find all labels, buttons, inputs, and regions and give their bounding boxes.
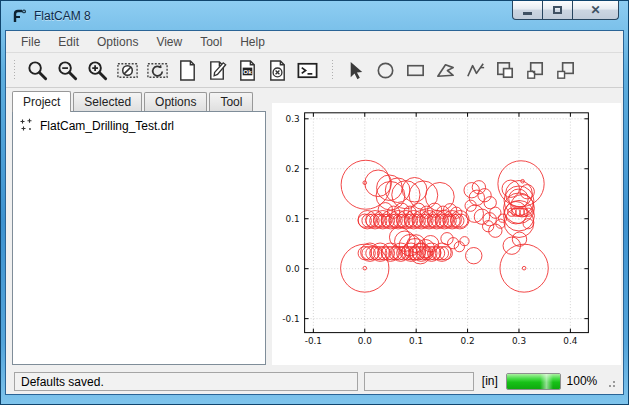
select-tool-button[interactable] [340,56,370,84]
menu-file[interactable]: File [12,32,49,52]
draw-polygon-button[interactable] [430,56,460,84]
menu-edit[interactable]: Edit [49,32,88,52]
svg-text:0.2: 0.2 [286,164,300,174]
minimize-button[interactable] [512,1,543,20]
menu-help[interactable]: Help [231,32,274,52]
tab-selected[interactable]: Selected [73,92,142,111]
path-polyline-icon [464,59,487,82]
progress-bar [506,373,561,390]
close-button[interactable]: ✕ [572,1,619,20]
draw-toolbar-drag-handle[interactable] [331,59,334,81]
resize-grip[interactable] [603,375,615,387]
zoom-fit-icon [26,59,49,82]
replot-icon [146,59,169,82]
draw-circle-button[interactable] [370,56,400,84]
svg-text:0.0: 0.0 [358,336,373,346]
svg-text:0.0: 0.0 [286,264,301,274]
screen: FlatCAM 8 ✕ FileEditOptionsViewToolHelp [0,0,629,405]
tab-tool[interactable]: Tool [209,92,253,111]
zoom-in-button[interactable] [82,56,112,84]
progress-sheen [540,374,554,389]
terminal-icon [296,59,319,82]
plot-canvas[interactable]: -0.10.00.10.20.30.4-0.10.00.10.20.3 [272,103,621,365]
zoom-fit-button[interactable] [22,56,52,84]
menubar: FileEditOptionsViewToolHelp [6,31,623,53]
draw-rectangle-button[interactable] [400,56,430,84]
tab-project[interactable]: Project [12,91,71,112]
cancel-file-icon [266,59,289,82]
units-indicator: [in] [480,374,500,388]
window-title: FlatCAM 8 [34,9,91,23]
svg-text:0.1: 0.1 [286,214,300,224]
main-content: ProjectSelectedOptionsTool FlatCam_Drill… [6,88,623,368]
titlebar[interactable]: FlatCAM 8 ✕ [1,1,628,30]
toolbar: Ok [6,53,623,88]
edit-file-icon [206,59,229,82]
tree-item-label: FlatCam_Drilling_Test.drl [40,119,174,133]
plot-panel: -0.10.00.10.20.30.4-0.10.00.10.20.3 [272,90,623,365]
window-controls: ✕ [513,1,619,20]
cursor-arrow-icon [344,59,367,82]
drill-file-icon [19,118,34,133]
copy-squares-icon [554,59,577,82]
status-aux-panel [364,372,474,391]
svg-text:-0.1: -0.1 [305,336,322,346]
progress-percent: 100% [567,374,598,388]
clear-plot-icon [116,59,139,82]
cancel-delete-button[interactable] [262,56,292,84]
rectangle-shape-icon [404,59,427,82]
zoom-out-button[interactable] [52,56,82,84]
save-ok-button[interactable]: Ok [232,56,262,84]
editor-button[interactable] [202,56,232,84]
replot-button[interactable] [142,56,172,84]
zoom-out-icon [56,59,79,82]
maximize-button[interactable] [542,1,573,20]
menu-tool[interactable]: Tool [191,32,231,52]
statusbar: Defaults saved. [in] 100% [6,368,623,394]
menu-options[interactable]: Options [88,32,147,52]
svg-text:0.3: 0.3 [286,114,300,124]
svg-text:Ok: Ok [243,67,252,74]
toolbar-drag-handle[interactable] [13,59,16,81]
tree-item[interactable]: FlatCam_Drilling_Test.drl [17,117,261,134]
close-icon: ✕ [590,4,600,16]
left-panel: ProjectSelectedOptionsTool FlatCam_Drill… [12,90,266,365]
new-file-icon [176,59,199,82]
client-area: FileEditOptionsViewToolHelp [5,30,624,395]
command-shell-button[interactable] [292,56,322,84]
zoom-in-icon [86,59,109,82]
new-file-button[interactable] [172,56,202,84]
app-icon [11,8,27,24]
move-squares-icon [524,59,547,82]
maximize-icon [553,6,562,14]
svg-text:0.4: 0.4 [563,336,578,346]
project-tree[interactable]: FlatCam_Drilling_Test.drl [12,111,266,365]
svg-text:-0.1: -0.1 [282,314,299,324]
menu-view[interactable]: View [147,32,191,52]
ok-file-icon: Ok [236,59,259,82]
tab-bar: ProjectSelectedOptionsTool [12,90,266,111]
polygon-union-button[interactable] [490,56,520,84]
draw-path-button[interactable] [460,56,490,84]
polygon-shape-icon [434,59,457,82]
copy-objects-button[interactable] [550,56,580,84]
svg-text:0.3: 0.3 [512,336,526,346]
union-squares-icon [494,59,517,82]
flatcam-window: FlatCAM 8 ✕ FileEditOptionsViewToolHelp [0,0,629,405]
plot-area[interactable]: -0.10.00.10.20.30.4-0.10.00.10.20.3 [272,103,621,365]
move-objects-button[interactable] [520,56,550,84]
circle-shape-icon [374,59,397,82]
svg-text:0.2: 0.2 [461,336,475,346]
clear-plot-button[interactable] [112,56,142,84]
tab-options[interactable]: Options [144,92,207,111]
minimize-icon [523,12,532,15]
status-message: Defaults saved. [14,372,358,391]
svg-text:0.1: 0.1 [409,336,423,346]
